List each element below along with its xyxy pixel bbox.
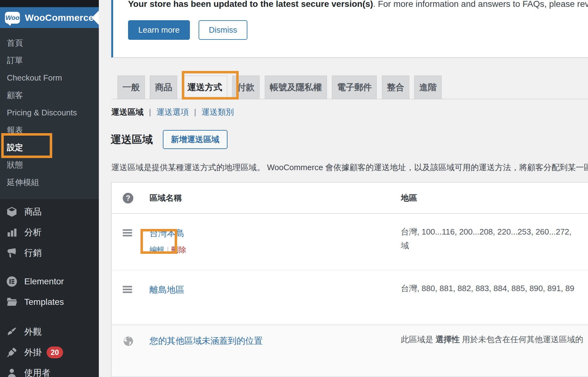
users-person-icon [6,367,18,377]
tab-shipping[interactable]: 運送方式 [182,76,227,99]
sidebar-item-marketing[interactable]: 行銷 [0,243,99,263]
subnav-separator: | [194,107,196,117]
globe-icon [123,342,134,348]
tab-products[interactable]: 商品 [150,76,177,99]
sidebar-item-status[interactable]: 狀態 [0,156,99,174]
learn-more-button[interactable]: Learn more [128,20,190,40]
shipping-zones-description: 運送區域是提供某種運送方式的地理區域。 WooCommerce 會依據顧客的運送… [111,162,588,173]
sidebar-item-label: 行銷 [24,247,42,259]
main-content: Your store has been updated to the lates… [99,0,588,377]
sidebar-item-templates[interactable]: Templates [0,292,99,312]
notice-text-bold: Your store has been updated to the lates… [128,0,373,9]
sidebar-item-plugins[interactable]: 外掛 20 [0,342,99,363]
sidebar-item-label: Elementor [24,277,64,286]
tab-accounts-privacy[interactable]: 帳號及隱私權 [265,76,327,99]
sidebar-item-orders[interactable]: 訂單 [0,52,99,69]
zone-region-text: 台灣, 100...116, 200...208, 220...253, 260… [401,227,588,236]
zone-region-text: 此區域是 選擇性 用於未包含在任何其他運送區域的 [401,335,588,344]
sidebar-item-extensions[interactable]: 延伸模組 [0,174,99,191]
subnav-separator: | [149,107,151,117]
products-box-icon [6,206,18,218]
drag-handle-icon[interactable] [123,229,132,236]
sidebar-item-users[interactable]: 使用者 [0,363,99,377]
dismiss-button[interactable]: Dismiss [199,20,247,40]
column-header-region: 地區 [389,193,588,203]
table-header-row: ? 區域名稱 地區 [112,183,588,214]
admin-sidebar: Woo WooCommerce 首頁 訂單 Checkout Form 顧客 P… [0,0,99,377]
drag-handle-icon[interactable] [123,286,132,293]
woocommerce-submenu: 首頁 訂單 Checkout Form 顧客 Pricing & Discoun… [0,28,99,199]
sidebar-item-home[interactable]: 首頁 [0,34,99,52]
sidebar-item-label: 外觀 [24,326,42,338]
page-title: 運送區域 [111,133,153,147]
templates-folder-icon [6,296,18,308]
sidebar-item-label: 分析 [24,226,42,238]
sidebar-item-pricing-discounts[interactable]: Pricing & Discounts [0,104,99,121]
sidebar-item-label: Templates [24,297,64,307]
zone-link-taiwan-main[interactable]: 台灣本島 [149,228,184,238]
sidebar-item-label: 使用者 [24,367,50,377]
notice-text: Your store has been updated to the lates… [128,0,588,10]
add-shipping-zone-button[interactable]: 新增運送區域 [163,130,227,149]
delete-zone-link[interactable]: 刪除 [171,245,186,254]
region-text-prefix: 此區域是 [401,335,435,344]
tab-payments[interactable]: 付款 [232,76,260,99]
sidebar-item-products[interactable]: 商品 [0,202,99,222]
tab-emails[interactable]: 電子郵件 [332,76,377,99]
appearance-brush-icon [6,326,18,338]
woocommerce-logo-icon: Woo [5,12,20,24]
sidebar-item-appearance[interactable]: 外觀 [0,322,99,342]
shipping-zones-table: ? 區域名稱 地區 台灣本島 編輯|刪除 台灣, 100...116, 200.… [111,182,588,377]
zone-link-locations-not-covered[interactable]: 您的其他區域未涵蓋到的位置 [149,336,263,346]
update-notice: Your store has been updated to the lates… [111,0,588,58]
admin-bar-strip [0,0,99,7]
notice-text-rest: . For more information and answers to FA… [373,0,588,9]
sidebar-item-elementor[interactable]: Elementor [0,271,99,292]
sidebar-item-reports[interactable]: 報表 [0,121,99,139]
admin-main-menu: 商品 分析 行銷 Elementor Templates [0,199,99,377]
settings-tab-bar: 一般 商品 運送方式 付款 帳號及隱私權 電子郵件 整合 進階 [111,76,588,99]
shipping-subnav: 運送區域 | 運送選項 | 運送類別 [111,107,588,118]
woocommerce-menu-title: WooCommerce [25,12,94,23]
zone-region-text-line2: 域 [401,241,588,250]
analytics-bars-icon [6,226,18,239]
plugins-plug-icon [6,346,18,359]
edit-zone-link[interactable]: 編輯 [149,245,164,254]
region-text-bold: 選擇性 [435,335,460,344]
tab-integration[interactable]: 整合 [382,76,409,99]
marketing-megaphone-icon [6,247,18,259]
table-row-locations-not-covered: 您的其他區域未涵蓋到的位置 此區域是 選擇性 用於未包含在任何其他運送區域的 [112,324,588,377]
sidebar-item-customers[interactable]: 顧客 [0,86,99,104]
actions-separator: | [167,245,169,254]
region-text-suffix: 用於未包含在任何其他運送區域的 [460,335,583,344]
subnav-shipping-classes-link[interactable]: 運送類別 [201,107,234,117]
subnav-shipping-zones: 運送區域 [111,107,144,117]
zone-link-outlying-islands[interactable]: 離島地區 [149,285,184,295]
sidebar-item-label: 商品 [24,206,42,218]
tab-general[interactable]: 一般 [117,76,145,99]
column-header-zone-name: 區域名稱 [149,193,389,203]
elementor-icon [6,275,18,288]
zone-region-text: 台灣, 880, 881, 882, 883, 884, 885, 890, 8… [401,284,588,293]
table-row: 台灣本島 編輯|刪除 台灣, 100...116, 200...208, 220… [112,214,588,270]
help-icon[interactable]: ? [123,193,133,203]
current-menu-arrow-icon [92,11,99,25]
tab-advanced[interactable]: 進階 [414,76,442,99]
sidebar-item-woocommerce[interactable]: Woo WooCommerce [0,7,99,28]
table-row: 離島地區 台灣, 880, 881, 882, 883, 884, 885, 8… [112,270,588,324]
sidebar-item-analytics[interactable]: 分析 [0,222,99,243]
subnav-shipping-options-link[interactable]: 運送選項 [156,107,189,117]
sidebar-item-checkout-form[interactable]: Checkout Form [0,69,99,86]
sidebar-item-settings[interactable]: 設定 [0,139,99,156]
plugins-update-count-badge: 20 [47,347,63,358]
sidebar-item-label: 外掛 [24,347,42,358]
